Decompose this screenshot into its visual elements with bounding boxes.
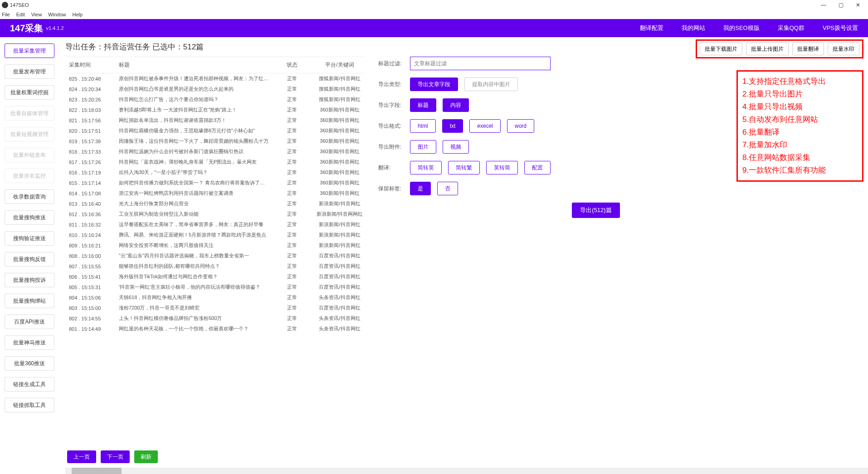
table-row[interactable]: 821 . 15:17:56网红捐款名单流出，抖音网红谢谢依晨捐款3万！正常36…	[65, 115, 365, 126]
sidebar-item-16[interactable]: 链接生成工具	[5, 377, 54, 392]
nav-seo-templates[interactable]: 我的SEO模版	[723, 24, 759, 32]
table-row[interactable]: 814 . 15:17:08浙江安吉一网红烤鸭店利用抖音话题闯行被立案调查正常3…	[65, 188, 365, 198]
trans-en-cn[interactable]: 英转简	[486, 161, 518, 174]
cell-status: 正常	[269, 305, 315, 311]
format-excel[interactable]: execel	[469, 119, 501, 133]
export-field-content[interactable]: 内容	[443, 98, 469, 112]
table-row[interactable]: 804 . 15:15:06天猫618，抖音网红争相入淘开播正常头条资讯/抖音网…	[65, 292, 365, 303]
export-type-images[interactable]: 提取内容中图片	[464, 77, 518, 91]
table-row[interactable]: 813 . 15:16:40光大上海分行恢复部分网点营业正常新浪新闻/抖音网红	[65, 198, 365, 209]
sidebar-item-17[interactable]: 链接抓取工具	[5, 398, 54, 412]
menu-window[interactable]: Window	[48, 12, 66, 17]
sidebar-item-14[interactable]: 批量神马推送	[5, 335, 54, 350]
menu-view[interactable]: View	[31, 12, 42, 17]
table-row[interactable]: 815 . 15:17:14如何把抖音传播力做到系统全国第一？ 青岛农商行将答案…	[65, 178, 365, 188]
trans-cn-tw[interactable]: 简转繁	[448, 161, 480, 174]
format-txt[interactable]: txt	[442, 119, 463, 133]
app-version: v1.4.1.2	[46, 25, 63, 31]
batch-download-images[interactable]: 批量下载图片	[700, 43, 742, 55]
table-row[interactable]: 811 . 15:16:32这早餐搭配实在太美味了，简单省事营养多，网友：真正的…	[65, 219, 365, 230]
maximize-button[interactable]: ▢	[836, 2, 845, 8]
table-row[interactable]: 823 . 15:20:26抖音网红怎么打广告，这六个要点你知道吗？正常搜狐新闻…	[65, 94, 365, 105]
nav-qq-group[interactable]: 采集QQ群	[778, 24, 805, 32]
table-row[interactable]: 806 . 15:15:41海外版抖音TikTok如何通过与网红合作变相？正常百…	[65, 271, 365, 282]
batch-upload-images[interactable]: 批量上传图片	[746, 43, 789, 55]
cell-platform: 新浪新闻/抖音网红	[315, 221, 365, 228]
table-row[interactable]: 817 . 15:17:26抖音网红「蓝衣战神」薄纱晚礼身车展「无P图流出」暴火…	[65, 157, 365, 167]
export-field-title[interactable]: 标题	[410, 98, 436, 112]
sidebar-item-2[interactable]: 批量权重词挖掘	[5, 85, 54, 100]
trans-cn-en[interactable]: 简转英	[410, 161, 442, 174]
table-row[interactable]: 820 . 15:17:51抖音网红霸横仿吸金力强劲，王思聪壕掷8万元打信"小林…	[65, 126, 365, 136]
sidebar-item-1[interactable]: 批量发布管理	[5, 64, 54, 79]
feature-note: 8.任意网站数据采集	[742, 151, 858, 164]
export-button[interactable]: 导出(512)篇	[572, 203, 619, 218]
table-row[interactable]: 808 . 15:16:00"云"逛山东"四月抖音话题评选揭晓，我市上榜数量全省…	[65, 251, 365, 261]
table-row[interactable]: 825 . 15:20:48原创抖音网红被杀事件升级！遭迫死者拍那种视频，网友：…	[65, 73, 365, 84]
table-row[interactable]: 812 . 15:16:36工业互联网为制造业转型注入新动能正常新浪新闻/抖音网…	[65, 209, 365, 219]
menu-edit[interactable]: Edit	[16, 12, 25, 17]
cell-platform: 搜狐新闻/抖音网红	[315, 86, 365, 92]
export-type-label: 导出类型:	[378, 81, 410, 88]
window-titlebar: 147SEO — ▢ ✕	[0, 0, 868, 10]
table-row[interactable]: 810 . 15:16:24腾讯、网易、米哈游正面硬刚！5月新游井喷？两款吃鸡手…	[65, 230, 365, 240]
sidebar-item-3[interactable]: 批量自媒体管理	[5, 106, 54, 121]
table-row[interactable]: 803 . 15:15:00涨粉7200万，抖音一哥竟不是刘畊宏正常百度资讯/抖…	[65, 303, 365, 313]
minimize-button[interactable]: —	[819, 2, 828, 8]
sidebar-item-7[interactable]: 收录数据查询	[5, 189, 54, 204]
scrollbar-thumb[interactable]	[72, 468, 122, 474]
keep-tag-yes[interactable]: 是	[410, 182, 431, 195]
sidebar-item-8[interactable]: 批量搜狗推送	[5, 210, 54, 225]
sidebar-item-11[interactable]: 批量搜狗投诉	[5, 273, 54, 287]
cell-time: 808 . 15:16:00	[65, 253, 115, 259]
cell-time: 816 . 15:17:19	[65, 170, 115, 175]
menu-help[interactable]: Help	[72, 12, 83, 17]
sidebar-item-9[interactable]: 搜狗验证推送	[5, 231, 54, 246]
close-button[interactable]: ✕	[853, 2, 863, 8]
cell-status: 正常	[269, 179, 315, 186]
attach-video[interactable]: 视频	[443, 140, 469, 154]
nav-vps-dial[interactable]: VPS拨号设置	[823, 24, 858, 32]
sidebar-item-12[interactable]: 批量搜狗绑站	[5, 294, 54, 308]
format-html[interactable]: html	[410, 119, 436, 133]
sidebar-item-6[interactable]: 批量排名监控	[5, 169, 54, 183]
menu-file[interactable]: File	[2, 12, 10, 17]
nav-translate-config[interactable]: 翻译配置	[640, 24, 663, 32]
table-row[interactable]: 822 . 15:18:03赛利添越S即将上市 一大波抖音网红正在"抢购"路上！…	[65, 105, 365, 115]
sidebar-item-15[interactable]: 批量360推送	[5, 356, 54, 371]
table-row[interactable]: 819 . 15:17:38因撞脸王珞，这位抖音网红一下火了，舞蹈背景蹦的镜头圈…	[65, 136, 365, 146]
sidebar-item-13[interactable]: 百度API推送	[5, 314, 54, 329]
cell-title: 原创抖音网红凸爷是谁是男的还是女的怎么火起来的	[115, 86, 269, 92]
table-row[interactable]: 805 . 15:15:31'抖音第一网红'意主疯狂小杨哥，他的内容玩法有哪些值…	[65, 282, 365, 292]
cell-status: 正常	[269, 221, 315, 228]
export-type-fields[interactable]: 导出文章字段	[410, 77, 458, 91]
sidebar-item-0[interactable]: 批量采集管理	[5, 44, 54, 58]
table-row[interactable]: 824 . 15:20:34原创抖音网红凸爷是谁是男的还是女的怎么火起来的正常搜…	[65, 84, 365, 94]
table-row[interactable]: 818 . 15:17:33抖音网红温婉为什么会封号被封杀新门道疯狂圈钱引热议正…	[65, 146, 365, 157]
batch-translate[interactable]: 批量翻译	[792, 43, 824, 55]
table-row[interactable]: 809 . 15:16:21网络安全投资不断增长，这两只股值得关注正常新浪新闻/…	[65, 240, 365, 251]
window-title: 147SEO	[10, 2, 819, 8]
title-filter-input[interactable]	[410, 57, 551, 70]
table-row[interactable]: 807 . 15:15:55能够抓住抖音红利的团队,都有哪些共同特点？正常百度资…	[65, 261, 365, 271]
sidebar-item-5[interactable]: 批量外链发布	[5, 148, 54, 162]
cell-time: 802 . 15:14:55	[65, 316, 115, 321]
trans-config[interactable]: 配置	[524, 161, 551, 174]
refresh-button[interactable]: 刷新	[134, 450, 158, 463]
table-row[interactable]: 801 . 15:14:49网红里的各种天花板，一个比一个惊艳，你最喜欢哪一个？…	[65, 324, 365, 334]
next-page-button[interactable]: 下一页	[101, 450, 130, 463]
menu-bar: File Edit View Window Help	[0, 10, 868, 19]
nav-my-sites[interactable]: 我的网站	[682, 24, 705, 32]
batch-watermark[interactable]: 批量水印	[828, 43, 859, 55]
sidebar-item-10[interactable]: 批量搜狗反馈	[5, 252, 54, 266]
format-word[interactable]: word	[507, 119, 534, 133]
keep-tag-no[interactable]: 否	[437, 182, 458, 195]
table-row[interactable]: 816 . 15:17:19出抖入淘30天，"一星小茄子"带货了吗？正常360新…	[65, 167, 365, 178]
feature-note: 9.一款软件汇集所有功能	[742, 164, 858, 177]
horizontal-scrollbar[interactable]	[65, 468, 868, 474]
cell-platform: 搜狐新闻/抖音网红	[315, 96, 365, 103]
sidebar-item-4[interactable]: 批量短视频管理	[5, 127, 54, 141]
attach-image[interactable]: 图片	[410, 140, 436, 154]
table-row[interactable]: 802 . 15:14:55上头！抖音网红模仿奢修品牌拍广告涨粉500万正常头条…	[65, 313, 365, 324]
prev-page-button[interactable]: 上一页	[67, 450, 96, 463]
